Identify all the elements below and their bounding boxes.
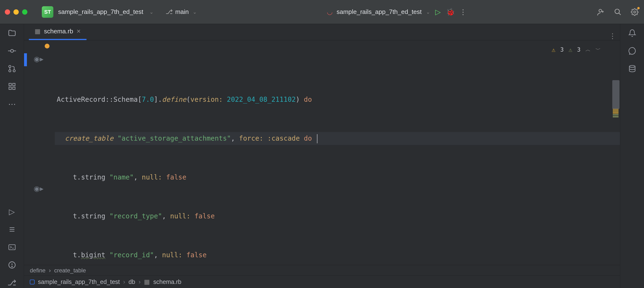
svg-point-0 (599, 9, 602, 12)
svg-point-21 (12, 266, 12, 267)
gutter-method-icon[interactable]: ◉▸ (34, 184, 44, 193)
left-tool-rail: ⋯ ▷ ⎇ (0, 24, 24, 288)
database-tool-icon[interactable] (627, 63, 638, 74)
svg-rect-10 (9, 83, 11, 86)
branch-name: main (175, 8, 189, 15)
close-tab-icon[interactable]: ✕ (76, 28, 81, 34)
run-button[interactable]: ▷ (434, 7, 443, 16)
debug-button[interactable]: 🐞 (446, 7, 455, 16)
code-line: t.string "name", null: false (55, 171, 620, 184)
warning-count: 3 (560, 43, 564, 56)
svg-point-4 (10, 49, 14, 52)
svg-point-1 (615, 9, 620, 14)
weak-warning-count: 3 (577, 43, 580, 56)
run-config-name: sample_rails_app_7th_ed_test (337, 8, 422, 15)
project-badge: ST (42, 6, 53, 18)
svg-point-8 (9, 70, 11, 72)
commit-tool-icon[interactable] (7, 46, 17, 56)
prev-problem-icon[interactable]: ︿ (585, 43, 591, 56)
editor-gutter[interactable]: ◉▸ ◉▸ (24, 40, 55, 265)
code-line: t.bigint "record_id", null: false (55, 249, 620, 262)
problems-indicator[interactable]: ⚠3 ⚠3 ︿ ﹀ (552, 43, 601, 56)
run-tool-icon[interactable]: ▷ (7, 206, 17, 217)
navbar-separator: › (123, 279, 125, 285)
text-cursor (317, 134, 318, 143)
more-actions-button[interactable]: ⋮ (458, 7, 468, 16)
breadcrumb-item[interactable]: define (30, 267, 46, 274)
svg-line-2 (619, 13, 621, 15)
chevron-down-icon[interactable]: ⌄ (150, 9, 154, 15)
rails-icon: ◡ (326, 8, 334, 16)
project-tool-icon[interactable] (7, 28, 17, 38)
minimize-window-button[interactable] (14, 9, 19, 15)
gutter-method-icon[interactable]: ◉▸ (34, 55, 44, 63)
maximize-window-button[interactable] (22, 9, 28, 15)
terminal-tool-icon[interactable] (7, 242, 17, 253)
todo-icon[interactable] (7, 224, 17, 235)
warning-icon: ⚠ (552, 43, 556, 56)
svg-rect-17 (9, 245, 15, 250)
database-file-icon: ▦ (34, 27, 40, 35)
close-window-button[interactable] (5, 9, 10, 15)
svg-point-9 (13, 70, 15, 72)
svg-point-7 (9, 65, 11, 68)
module-icon (30, 280, 34, 285)
navigation-bar[interactable]: sample_rails_app_7th_ed_test › db › ▦ sc… (24, 276, 620, 288)
notifications-icon[interactable] (627, 28, 638, 38)
next-problem-icon[interactable]: ﹀ (596, 43, 601, 56)
navbar-item[interactable]: db (128, 279, 135, 285)
scrollbar-thumb[interactable] (612, 80, 620, 109)
database-file-icon: ▦ (144, 278, 150, 286)
window-controls (5, 9, 28, 15)
titlebar: ST sample_rails_app_7th_ed_test ⌄ ⎇ main… (0, 0, 644, 24)
search-icon[interactable] (613, 7, 622, 16)
code-breadcrumb[interactable]: define › create_table (24, 265, 620, 276)
settings-icon[interactable] (630, 7, 639, 16)
chevron-down-icon: ⌄ (193, 9, 197, 15)
problems-tool-icon[interactable] (7, 260, 17, 270)
navbar-item[interactable]: schema.rb (153, 279, 182, 285)
svg-point-3 (634, 11, 636, 13)
code-editor[interactable]: ◉▸ ◉▸ ⚠3 ⚠3 ︿ ﹀ ActiveRecord::Schema[7.0… (24, 40, 620, 265)
svg-rect-12 (9, 87, 11, 89)
vertical-scrollbar[interactable] (611, 40, 620, 265)
breadcrumb-separator: › (49, 267, 51, 274)
branch-icon: ⎇ (166, 8, 173, 15)
weak-warning-icon: ⚠ (568, 43, 572, 56)
code-content[interactable]: ⚠3 ⚠3 ︿ ﹀ ActiveRecord::Schema[7.0].defi… (55, 40, 620, 265)
code-line: ActiveRecord::Schema[7.0].define(version… (55, 93, 620, 106)
ai-assistant-icon[interactable] (627, 46, 638, 56)
code-line: t.string "record_type", null: false (55, 210, 620, 223)
file-tab-schema[interactable]: ▦ schema.rb ✕ (29, 24, 86, 40)
breadcrumb-item[interactable]: create_table (54, 267, 86, 274)
tab-options-icon[interactable]: ⋮ (609, 32, 616, 40)
modified-line-marker (24, 53, 27, 66)
svg-rect-11 (12, 83, 15, 86)
navbar-item[interactable]: sample_rails_app_7th_ed_test (38, 279, 120, 285)
navbar-separator: › (139, 279, 140, 285)
chevron-down-icon: ⌄ (426, 9, 430, 15)
svg-point-22 (629, 65, 635, 67)
tab-filename: schema.rb (44, 27, 73, 35)
vcs-branch-widget[interactable]: ⎇ main ⌄ (166, 8, 196, 15)
warning-gutter-mark[interactable] (45, 44, 50, 48)
project-name[interactable]: sample_rails_app_7th_ed_test (58, 8, 143, 15)
run-configuration-selector[interactable]: ◡ sample_rails_app_7th_ed_test ⌄ (326, 8, 430, 16)
code-line: create_table "active_storage_attachments… (55, 132, 620, 145)
right-tool-rail (620, 24, 644, 288)
code-with-me-icon[interactable] (596, 7, 606, 16)
more-tools-icon[interactable]: ⋯ (7, 99, 17, 109)
structure-tool-icon[interactable] (7, 81, 17, 92)
vcs-tool-icon[interactable]: ⎇ (7, 278, 17, 288)
svg-rect-13 (12, 87, 15, 89)
editor-tabs: ▦ schema.rb ✕ ⋮ (24, 24, 620, 40)
pull-requests-icon[interactable] (7, 63, 17, 74)
